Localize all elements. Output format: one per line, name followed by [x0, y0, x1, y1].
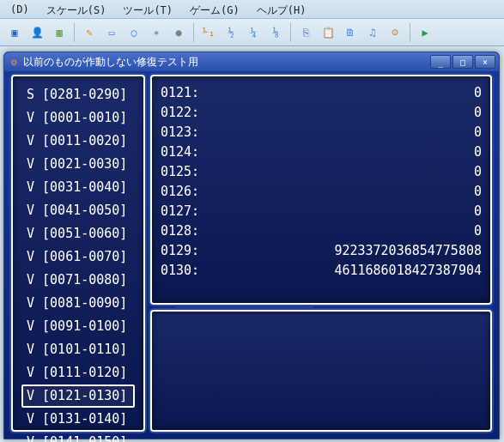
menu-item[interactable]: ツール(T): [119, 2, 176, 16]
variable-value: 0: [199, 162, 482, 182]
paste-icon[interactable]: 📋: [319, 23, 337, 42]
variable-id: 0121:: [161, 83, 199, 103]
title-bar[interactable]: ❂ 以前のものが作動しない修復テスト用 _ □ ×: [4, 52, 499, 71]
variable-id: 0130:: [161, 261, 199, 281]
music-icon[interactable]: ♫: [363, 23, 382, 42]
variable-row: 0126:0: [161, 182, 482, 202]
scale-18-icon[interactable]: ⅛: [266, 23, 285, 42]
range-item[interactable]: V [0131-0140]: [21, 408, 135, 431]
variable-value: 0: [199, 182, 482, 202]
variable-value: 0: [199, 103, 482, 123]
variable-id: 0123:: [161, 123, 199, 142]
variable-row: 0123:0: [161, 123, 482, 142]
variable-id: 0129:: [161, 241, 199, 261]
range-item[interactable]: V [0121-0130]: [21, 384, 135, 408]
range-item[interactable]: V [0051-0060]: [21, 222, 135, 245]
app-icon: ❂: [8, 56, 20, 68]
maximize-button[interactable]: □: [452, 55, 473, 69]
close-button[interactable]: ×: [475, 55, 495, 69]
rect-icon[interactable]: ▭: [102, 23, 121, 42]
copy-icon[interactable]: ⎘: [296, 23, 315, 42]
variable-row: 0129:9223372036854775808: [161, 241, 482, 261]
separator: [290, 23, 291, 42]
variable-row: 0122:0: [161, 103, 482, 123]
variable-value: 0: [199, 83, 482, 103]
separator: [410, 23, 410, 42]
dot-icon[interactable]: ●: [169, 23, 188, 42]
window-title: 以前のものが作動しない修復テスト用: [23, 55, 198, 70]
scale-11-icon[interactable]: ⅟₁: [199, 23, 218, 42]
minimize-button[interactable]: _: [430, 55, 451, 69]
range-item[interactable]: V [0101-0110]: [21, 338, 135, 361]
toolbar: ▣👤▦✎▭○✶●⅟₁½¼⅛⎘📋🗎♫☺▶: [0, 19, 504, 46]
play-icon[interactable]: ▶: [416, 23, 434, 42]
variable-values-panel: 0121:00122:00123:00124:00125:00126:00127…: [150, 75, 492, 305]
variable-id: 0126:: [161, 182, 199, 202]
doc-icon[interactable]: 🗎: [341, 23, 360, 42]
range-item[interactable]: V [0061-0070]: [21, 245, 135, 269]
scale-14-icon[interactable]: ¼: [244, 23, 263, 42]
variable-id: 0128:: [161, 221, 199, 241]
menu-item[interactable]: (D): [7, 2, 33, 16]
variable-value: 4611686018427387904: [199, 261, 482, 281]
menu-item[interactable]: ヘルプ(H): [253, 2, 310, 16]
variable-id: 0127:: [161, 202, 199, 221]
variable-value: 0: [199, 202, 482, 221]
layers-icon[interactable]: ▣: [5, 23, 24, 42]
person-icon[interactable]: 👤: [27, 23, 46, 42]
variable-row: 0128:0: [161, 221, 482, 241]
star-icon[interactable]: ✶: [147, 23, 166, 42]
variable-row: 0124:0: [161, 142, 482, 162]
range-item[interactable]: V [0141-0150]: [21, 431, 135, 442]
range-item[interactable]: V [0091-0100]: [21, 315, 135, 338]
variable-row: 0121:0: [161, 83, 482, 103]
variable-value: 9223372036854775808: [199, 241, 482, 261]
range-item[interactable]: V [0031-0040]: [21, 176, 135, 199]
picture-icon[interactable]: ▦: [50, 23, 69, 42]
range-item[interactable]: V [0081-0090]: [21, 292, 135, 315]
variable-id: 0122:: [161, 103, 199, 123]
range-item[interactable]: V [0071-0080]: [21, 269, 135, 292]
range-item[interactable]: S [0281-0290]: [21, 83, 135, 106]
pencil-icon[interactable]: ✎: [80, 23, 99, 42]
variable-row: 0127:0: [161, 202, 482, 221]
menu-bar: (D)スケール(S)ツール(T)ゲーム(G)ヘルプ(H): [0, 0, 504, 19]
scale-12-icon[interactable]: ½: [222, 23, 240, 42]
variable-value: 0: [199, 142, 482, 162]
separator: [193, 23, 194, 42]
range-item[interactable]: V [0001-0010]: [21, 106, 135, 130]
variable-id: 0125:: [161, 162, 199, 182]
variable-value: 0: [199, 123, 482, 142]
variable-row: 0125:0: [161, 162, 482, 182]
circle-icon[interactable]: ○: [124, 23, 143, 42]
menu-item[interactable]: ゲーム(G): [186, 2, 243, 16]
avatar-icon[interactable]: ☺: [386, 23, 404, 42]
detail-panel: [150, 310, 492, 432]
variable-id: 0124:: [161, 142, 199, 162]
separator: [74, 23, 75, 42]
menu-item[interactable]: スケール(S): [43, 2, 110, 16]
variable-row: 0130:4611686018427387904: [161, 261, 482, 281]
variable-value: 0: [199, 221, 482, 241]
range-item[interactable]: V [0011-0020]: [21, 130, 135, 153]
range-item[interactable]: V [0041-0050]: [21, 199, 135, 222]
range-list-panel[interactable]: S [0281-0290]V [0001-0010]V [0011-0020]V…: [11, 75, 145, 432]
range-item[interactable]: V [0021-0030]: [21, 153, 135, 176]
range-item[interactable]: V [0111-0120]: [21, 361, 135, 384]
debug-window: ❂ 以前のものが作動しない修復テスト用 _ □ × S [0281-0290]V…: [3, 51, 500, 439]
